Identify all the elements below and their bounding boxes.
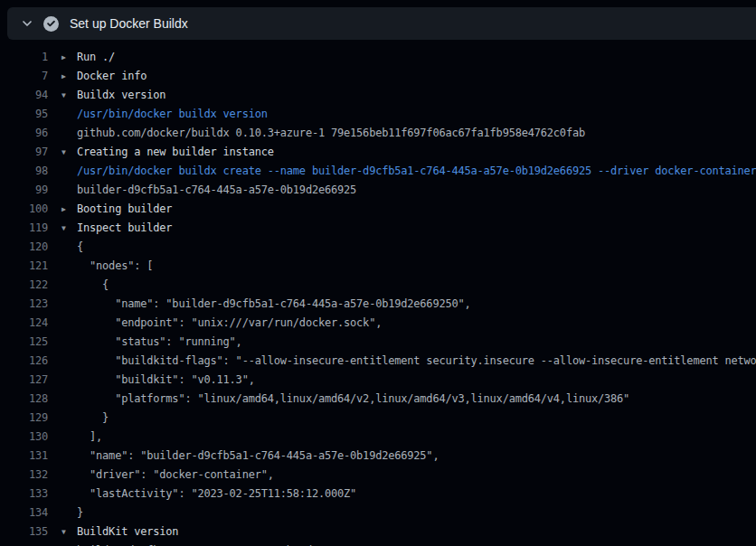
line-number[interactable]: 96 (0, 124, 48, 143)
line-text: "nodes": [ (77, 257, 153, 276)
line-text: { (77, 276, 109, 295)
line-number[interactable]: 126 (0, 352, 48, 371)
line-number[interactable]: 122 (0, 276, 48, 295)
log-line: 96github.com/docker/buildx 0.10.3+azure-… (0, 124, 756, 143)
triangle-down-icon: ▼ (61, 143, 77, 162)
line-number[interactable]: 99 (0, 181, 48, 200)
line-number[interactable]: 130 (0, 428, 48, 447)
arrow-spacer (61, 390, 77, 409)
log-line: 131 "name": "builder-d9cfb5a1-c764-445a-… (0, 447, 756, 466)
log-line: 134} (0, 504, 756, 522)
line-number[interactable]: 127 (0, 371, 48, 390)
check-circle-icon (43, 16, 59, 32)
line-text: "platforms": "linux/amd64,linux/amd64/v2… (77, 390, 629, 409)
log-line[interactable]: 94▼Buildx version (0, 86, 756, 105)
log-line: 129 } (0, 409, 756, 428)
line-text: Booting builder (77, 200, 172, 219)
line-number[interactable]: 125 (0, 333, 48, 352)
step-title: Set up Docker Buildx (70, 16, 188, 31)
line-text: builder-d9cfb5a1-c764-445a-a57e-0b19d2e6… (77, 181, 356, 200)
line-number[interactable]: 94 (0, 86, 48, 105)
log-line: 126 "buildkitd-flags": "--allow-insecure… (0, 352, 756, 371)
line-number[interactable]: 128 (0, 390, 48, 409)
line-text: builder-d9cfb5a1-c764-445a-a57e-0b19d2e6… (77, 541, 420, 546)
line-number[interactable]: 124 (0, 314, 48, 333)
line-text: { (77, 238, 83, 257)
line-number[interactable]: 135 (0, 522, 48, 541)
arrow-spacer (61, 428, 77, 447)
log-line: 130 ], (0, 428, 756, 447)
line-number[interactable]: 1 (0, 48, 48, 67)
line-text: "buildkitd-flags": "--allow-insecure-ent… (77, 352, 756, 371)
line-number[interactable]: 131 (0, 447, 48, 466)
log-line: 136builder-d9cfb5a1-c764-445a-a57e-0b19d… (0, 541, 756, 546)
triangle-down-icon: ▼ (61, 86, 77, 105)
line-text: "name": "builder-d9cfb5a1-c764-445a-a57e… (77, 295, 471, 314)
line-number[interactable]: 98 (0, 162, 48, 181)
step-header-set-up-docker-buildx[interactable]: Set up Docker Buildx (7, 7, 756, 40)
triangle-down-icon: ▼ (61, 219, 77, 238)
log-line: 122 { (0, 276, 756, 295)
line-text: } (77, 409, 109, 428)
log-line: 132 "driver": "docker-container", (0, 466, 756, 485)
line-text: } (77, 504, 83, 522)
line-number[interactable]: 97 (0, 143, 48, 162)
log-line: 121 "nodes": [ (0, 257, 756, 276)
log-line: 99builder-d9cfb5a1-c764-445a-a57e-0b19d2… (0, 181, 756, 200)
arrow-spacer (61, 541, 77, 546)
line-number[interactable]: 136 (0, 541, 48, 546)
log-line: 128 "platforms": "linux/amd64,linux/amd6… (0, 390, 756, 409)
line-number[interactable]: 100 (0, 200, 48, 219)
line-text: Buildx version (77, 86, 165, 105)
log-line: 125 "status": "running", (0, 333, 756, 352)
line-number[interactable]: 7 (0, 67, 48, 86)
log-line[interactable]: 100▶Booting builder (0, 200, 756, 219)
line-text: "driver": "docker-container", (77, 466, 274, 485)
line-text: /usr/bin/docker buildx version (77, 105, 268, 124)
line-number[interactable]: 123 (0, 295, 48, 314)
triangle-right-icon: ▶ (61, 67, 77, 86)
line-number[interactable]: 121 (0, 257, 48, 276)
arrow-spacer (61, 447, 77, 466)
log-line[interactable]: 97▼Creating a new builder instance (0, 143, 756, 162)
log-line: 98/usr/bin/docker buildx create --name b… (0, 162, 756, 181)
line-text: Run ./ (77, 48, 115, 67)
log-viewer: 1▶Run ./7▶Docker info94▼Buildx version95… (0, 40, 756, 546)
line-text: Creating a new builder instance (77, 143, 274, 162)
line-number[interactable]: 132 (0, 466, 48, 485)
arrow-spacer (61, 371, 77, 390)
line-text: Docker info (77, 67, 146, 86)
line-text: ], (77, 428, 102, 447)
triangle-right-icon: ▶ (61, 200, 77, 219)
arrow-spacer (61, 162, 77, 181)
log-line[interactable]: 1▶Run ./ (0, 48, 756, 67)
line-text: Inspect builder (77, 219, 172, 238)
line-text: "status": "running", (77, 333, 242, 352)
line-number[interactable]: 129 (0, 409, 48, 428)
log-line[interactable]: 135▼BuildKit version (0, 522, 756, 541)
line-number[interactable]: 119 (0, 219, 48, 238)
arrow-spacer (61, 238, 77, 257)
arrow-spacer (61, 276, 77, 295)
line-number[interactable]: 95 (0, 105, 48, 124)
line-text: "endpoint": "unix:///var/run/docker.sock… (77, 314, 382, 333)
line-number[interactable]: 133 (0, 485, 48, 504)
arrow-spacer (61, 485, 77, 504)
log-line: 95/usr/bin/docker buildx version (0, 105, 756, 124)
chevron-down-icon[interactable] (22, 18, 33, 29)
line-number[interactable]: 120 (0, 238, 48, 257)
triangle-right-icon: ▶ (61, 48, 77, 67)
line-number[interactable]: 134 (0, 504, 48, 522)
arrow-spacer (61, 124, 77, 143)
log-line[interactable]: 119▼Inspect builder (0, 219, 756, 238)
arrow-spacer (61, 105, 77, 124)
arrow-spacer (61, 466, 77, 485)
line-text: github.com/docker/buildx 0.10.3+azure-1 … (77, 124, 585, 143)
log-line: 120{ (0, 238, 756, 257)
line-text: "lastActivity": "2023-02-25T11:58:12.000… (77, 485, 356, 504)
log-line[interactable]: 7▶Docker info (0, 67, 756, 86)
arrow-spacer (61, 409, 77, 428)
arrow-spacer (61, 295, 77, 314)
arrow-spacer (61, 257, 77, 276)
log-line: 133 "lastActivity": "2023-02-25T11:58:12… (0, 485, 756, 504)
